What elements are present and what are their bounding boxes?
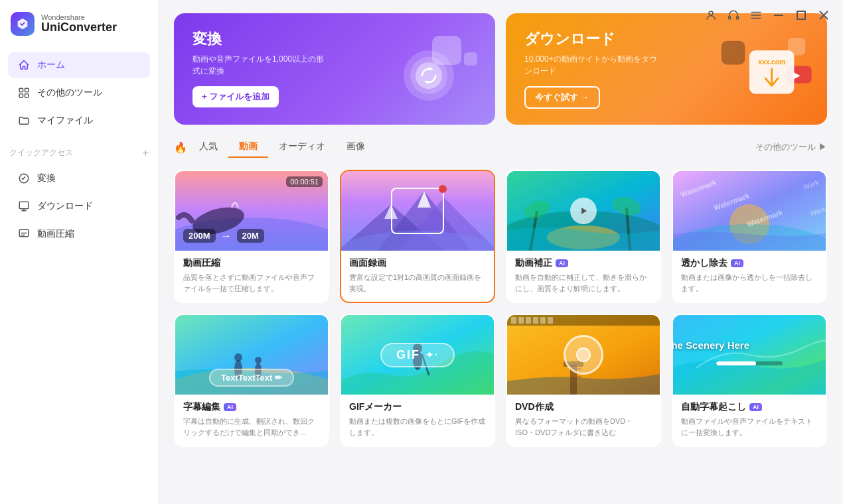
record-dot [439, 185, 447, 193]
svg-rect-1 [25, 88, 29, 92]
tab-audio[interactable]: オーディオ [268, 137, 336, 158]
tool-card-watermark[interactable]: Watermark Watermark Watermark Wark Wark … [672, 170, 827, 303]
tool-compress-desc: 品質を落とさずに動画ファイルや音声ファイルを一括で圧縮します。 [183, 272, 320, 294]
tool-card-compress-info: 動画圧縮 品質を落とさずに動画ファイルや音声ファイルを一括で圧縮します。 [175, 251, 328, 302]
logo-icon [11, 12, 35, 36]
svg-rect-16 [464, 52, 477, 66]
compress-icon [17, 227, 31, 241]
tool-card-dvd[interactable]: DVD作成 異なるフォーマットの動画をDVD・ISO・DVDフォルダに書き込む [506, 314, 661, 447]
svg-point-7 [709, 11, 713, 15]
sidebar-compress-label: 動画圧縮 [37, 228, 74, 240]
logo-bottom: UniConverter [41, 21, 117, 34]
gif-overlay: GIF ✦· [341, 315, 494, 395]
svg-rect-3 [25, 94, 29, 97]
app-logo: Wondershare UniConverter [0, 0, 158, 48]
sidebar-item-home[interactable]: ホーム [8, 52, 150, 78]
watermark-overlays: Watermark Watermark Watermark Wark Wark [673, 171, 826, 251]
thumb-enhance [507, 171, 660, 251]
ai-badge-autosub: AI [749, 403, 762, 411]
svg-rect-2 [19, 94, 23, 97]
tools-grid: 00:00:51 200M → 20M 動画圧縮 品質を落とさずに動画ファイルや… [174, 170, 827, 447]
sidebar: Wondershare UniConverter ホーム [0, 0, 158, 504]
headphone-icon[interactable] [728, 9, 739, 21]
tool-screen-title: 画面録画 [349, 257, 486, 269]
grid-icon [17, 86, 31, 99]
thumb-watermark: Watermark Watermark Watermark Wark Wark [673, 171, 826, 251]
tabs-more[interactable]: その他のツール ▶ [755, 141, 827, 153]
tool-card-watermark-info: 透かし除去 AI 動画または画像から透かしを一括除去します。 [673, 251, 826, 302]
quick-access-label: クイックアクセス [9, 147, 73, 158]
tool-autosub-desc: 動画ファイルや音声ファイルをテキストに一括変換します。 [681, 416, 818, 438]
add-file-button[interactable]: + ファイルを追加 [192, 86, 279, 107]
tool-card-subtitle-info: 字幕編集 AI 字幕は自動的に生成、翻訳され、数回クリックするだけで編集と同期が… [175, 395, 328, 446]
thumb-compress: 00:00:51 200M → 20M [175, 171, 328, 251]
tool-enhance-title: 動画補正 AI [515, 257, 652, 269]
try-now-button[interactable]: 今すぐ試す → [524, 86, 600, 109]
maximize-button[interactable] [795, 9, 807, 21]
thumb-screen-record [341, 171, 494, 251]
sidebar-convert-label: 変換 [37, 172, 56, 184]
ai-badge-subtitle: AI [224, 403, 236, 411]
download-illustration: ♪ xxx.com 📦 [718, 20, 818, 118]
sidebar-download-label: ダウンロード [37, 200, 93, 212]
tab-video[interactable]: 動画 [228, 137, 268, 158]
sidebar-item-my-files-label: マイファイル [37, 115, 93, 127]
svg-point-20 [416, 62, 442, 89]
dvd-overlay [507, 315, 660, 395]
quick-access-section: クイックアクセス + [0, 138, 158, 161]
dvd-disc [564, 335, 603, 375]
main-content: 変換 動画や音声ファイルを1,000以上の形式に変換 + ファイルを追加 🎵 🖼 [158, 0, 843, 504]
minimize-button[interactable] [773, 9, 785, 21]
svg-rect-11 [797, 11, 805, 19]
sidebar-item-home-label: ホーム [37, 59, 65, 71]
close-button[interactable] [818, 9, 830, 21]
tool-card-enhance[interactable]: 動画補正 AI 動画を自動的に補正して、動きを滑らかにし、画質をより鮮明にします… [506, 170, 661, 303]
menu-icon[interactable] [750, 9, 762, 21]
tool-card-subtitle[interactable]: TextTextText ✏ 字幕編集 AI 字幕は自動的に生成、翻訳され、数回… [174, 314, 329, 447]
autosub-progress [716, 361, 783, 365]
compress-size-to: 20M [237, 229, 264, 243]
svg-marker-49 [581, 208, 587, 214]
tool-card-compress[interactable]: 00:00:51 200M → 20M 動画圧縮 品質を落とさずに動画ファイルや… [174, 170, 329, 303]
svg-rect-8 [729, 17, 731, 20]
screen-record-frame [341, 171, 494, 251]
svg-rect-30 [788, 38, 805, 55]
compress-timer: 00:00:51 [286, 176, 323, 187]
tool-gif-desc: 動画または複数の画像をもとにGIFを作成します。 [349, 416, 486, 438]
tabs-row: 🔥 人気 動画 オーディオ 画像 その他のツール ▶ [174, 137, 827, 158]
tool-gif-title: GIFメーカー [349, 401, 486, 413]
tool-card-dvd-info: DVD作成 異なるフォーマットの動画をDVD・ISO・DVDフォルダに書き込む [507, 395, 660, 446]
sidebar-item-other-tools-label: その他のツール [37, 87, 102, 99]
tool-card-enhance-info: 動画補正 AI 動画を自動的に補正して、動きを滑らかにし、画質をより鮮明にします… [507, 251, 660, 302]
tool-compress-title: 動画圧縮 [183, 257, 320, 269]
sidebar-item-compress[interactable]: 動画圧縮 [8, 221, 150, 247]
sidebar-item-my-files[interactable]: マイファイル [8, 107, 150, 134]
sidebar-item-convert[interactable]: 変換 [8, 165, 150, 192]
tool-card-screen-record[interactable]: 画面録画 豊富な設定で1対1の高画質の画面録画を実現。 [340, 170, 495, 303]
compress-numbers: 200M → 20M [183, 229, 264, 243]
thumb-dvd [507, 315, 660, 395]
tool-autosub-title: 自動字幕起こし AI [681, 401, 818, 413]
subtitle-text-overlay: TextTextText ✏ [175, 315, 328, 395]
banner-convert[interactable]: 変換 動画や音声ファイルを1,000以上の形式に変換 + ファイルを追加 🎵 🖼 [174, 13, 495, 125]
download-icon [17, 200, 31, 213]
sidebar-item-download[interactable]: ダウンロード [8, 193, 150, 220]
tab-image[interactable]: 画像 [336, 137, 376, 158]
titlebar [692, 0, 843, 31]
tool-card-gif[interactable]: GIF ✦· GIFメーカー 動画または複数の画像をもとにGIFを作成します。 [340, 314, 495, 447]
logo-text: Wondershare UniConverter [41, 13, 117, 34]
convert-illustration: 🎵 🖼 [389, 20, 482, 118]
user-icon[interactable] [705, 9, 717, 21]
tool-screen-desc: 豊富な設定で1対1の高画質の画面録画を実現。 [349, 272, 486, 294]
tool-card-gif-info: GIFメーカー 動画または複数の画像をもとにGIFを作成します。 [341, 395, 494, 446]
thumb-subtitle: TextTextText ✏ [175, 315, 328, 395]
fire-icon: 🔥 [174, 141, 187, 154]
tab-popular[interactable]: 人気 [189, 137, 228, 158]
sidebar-nav: ホーム その他のツール マイファイル [0, 48, 158, 138]
tool-card-autosub[interactable]: The Scenery Here 自動字幕起こし AI 動画ファイルや音声ファイ… [672, 314, 827, 447]
quick-access-add[interactable]: + [143, 148, 149, 158]
svg-rect-5 [19, 202, 29, 209]
autosub-content: The Scenery Here [673, 315, 826, 395]
play-button-enhance[interactable] [570, 198, 597, 224]
sidebar-item-other-tools[interactable]: その他のツール [8, 80, 150, 106]
